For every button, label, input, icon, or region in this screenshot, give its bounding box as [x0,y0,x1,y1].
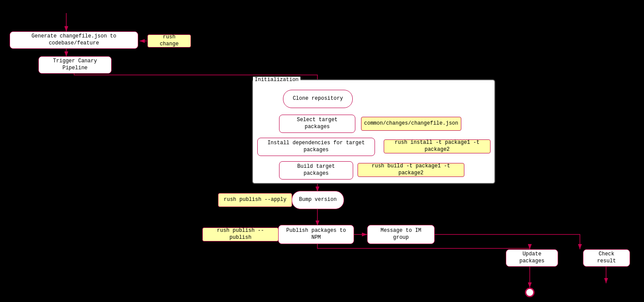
trigger-canary-node: Trigger Canary Pipeline [38,56,112,74]
bump-version-node: Bump version [292,191,344,209]
publish-npm-node: Publish packages to NPM [278,225,354,244]
rush-build-label: rush build -t package1 -t package2 [358,163,464,177]
rush-change-label: rush change [147,34,191,48]
rush-publish-apply-label: rush publish --apply [218,193,292,207]
clone-repo-node: Clone repository [283,90,353,108]
update-packages-node: Update packages [506,249,558,267]
generate-changefile-node: Generate changefile.json to codebase/fea… [10,31,138,49]
init-label: Initialization [253,77,300,83]
rush-publish-publish-label: rush publish --publish [202,227,279,241]
build-packages-node: Build target packages [279,161,353,180]
changefile-ref-label: common/changes/changefile.json [361,117,461,131]
install-deps-node: Install dependencies for target packages [257,138,375,156]
diagram-container: Initialization Generate changefile.json … [0,0,644,302]
check-result-node: Check result [583,249,630,267]
message-im-node: Message to IM group [367,225,435,244]
end-circle [525,288,535,297]
select-packages-node: Select target packages [279,115,355,133]
rush-install-label: rush install -t package1 -t package2 [384,139,491,153]
